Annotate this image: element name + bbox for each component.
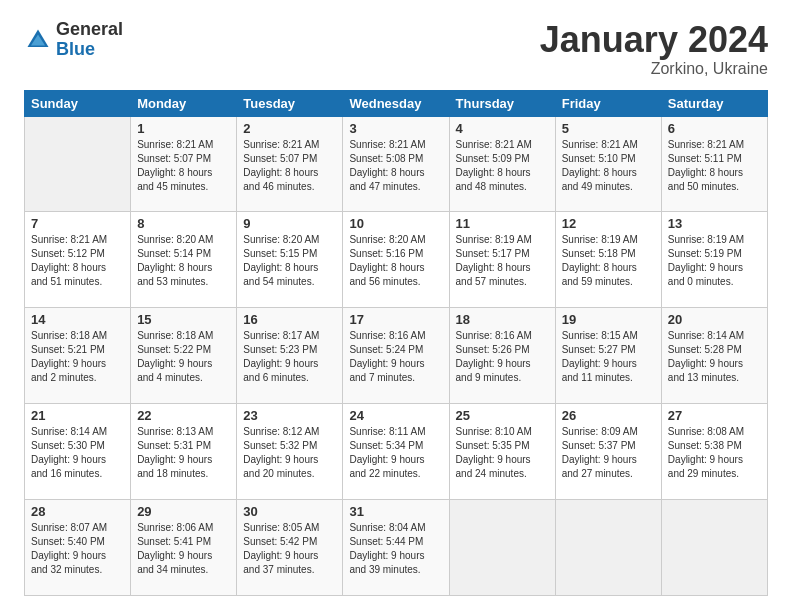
day-number: 29 [137,504,230,519]
day-info: Sunrise: 8:21 AMSunset: 5:10 PMDaylight:… [562,138,655,194]
day-number: 11 [456,216,549,231]
day-number: 19 [562,312,655,327]
logo-icon [24,26,52,54]
day-number: 26 [562,408,655,423]
calendar-cell: 5Sunrise: 8:21 AMSunset: 5:10 PMDaylight… [555,116,661,212]
day-info: Sunrise: 8:21 AMSunset: 5:11 PMDaylight:… [668,138,761,194]
header-thursday: Thursday [449,90,555,116]
calendar-week-row-3: 21Sunrise: 8:14 AMSunset: 5:30 PMDayligh… [25,404,768,500]
day-info: Sunrise: 8:20 AMSunset: 5:15 PMDaylight:… [243,233,336,289]
day-number: 23 [243,408,336,423]
calendar-week-row-4: 28Sunrise: 8:07 AMSunset: 5:40 PMDayligh… [25,500,768,596]
day-number: 7 [31,216,124,231]
calendar-cell: 25Sunrise: 8:10 AMSunset: 5:35 PMDayligh… [449,404,555,500]
calendar-cell: 11Sunrise: 8:19 AMSunset: 5:17 PMDayligh… [449,212,555,308]
day-number: 4 [456,121,549,136]
day-info: Sunrise: 8:14 AMSunset: 5:28 PMDaylight:… [668,329,761,385]
day-info: Sunrise: 8:07 AMSunset: 5:40 PMDaylight:… [31,521,124,577]
calendar-cell: 20Sunrise: 8:14 AMSunset: 5:28 PMDayligh… [661,308,767,404]
header-saturday: Saturday [661,90,767,116]
day-info: Sunrise: 8:21 AMSunset: 5:07 PMDaylight:… [137,138,230,194]
day-number: 10 [349,216,442,231]
calendar-cell: 14Sunrise: 8:18 AMSunset: 5:21 PMDayligh… [25,308,131,404]
calendar-cell [555,500,661,596]
calendar-cell: 26Sunrise: 8:09 AMSunset: 5:37 PMDayligh… [555,404,661,500]
day-info: Sunrise: 8:21 AMSunset: 5:09 PMDaylight:… [456,138,549,194]
page: General Blue January 2024 Zorkino, Ukrai… [0,0,792,612]
day-number: 20 [668,312,761,327]
calendar-cell: 6Sunrise: 8:21 AMSunset: 5:11 PMDaylight… [661,116,767,212]
calendar-cell: 13Sunrise: 8:19 AMSunset: 5:19 PMDayligh… [661,212,767,308]
day-info: Sunrise: 8:14 AMSunset: 5:30 PMDaylight:… [31,425,124,481]
calendar-cell: 7Sunrise: 8:21 AMSunset: 5:12 PMDaylight… [25,212,131,308]
calendar-cell: 29Sunrise: 8:06 AMSunset: 5:41 PMDayligh… [131,500,237,596]
day-info: Sunrise: 8:21 AMSunset: 5:07 PMDaylight:… [243,138,336,194]
day-info: Sunrise: 8:10 AMSunset: 5:35 PMDaylight:… [456,425,549,481]
day-number: 2 [243,121,336,136]
calendar-header-row: Sunday Monday Tuesday Wednesday Thursday… [25,90,768,116]
day-info: Sunrise: 8:11 AMSunset: 5:34 PMDaylight:… [349,425,442,481]
title-block: January 2024 Zorkino, Ukraine [540,20,768,78]
calendar-cell: 3Sunrise: 8:21 AMSunset: 5:08 PMDaylight… [343,116,449,212]
calendar-cell: 30Sunrise: 8:05 AMSunset: 5:42 PMDayligh… [237,500,343,596]
header-wednesday: Wednesday [343,90,449,116]
day-number: 30 [243,504,336,519]
day-info: Sunrise: 8:19 AMSunset: 5:17 PMDaylight:… [456,233,549,289]
day-number: 3 [349,121,442,136]
location-subtitle: Zorkino, Ukraine [540,60,768,78]
calendar-cell: 2Sunrise: 8:21 AMSunset: 5:07 PMDaylight… [237,116,343,212]
header-tuesday: Tuesday [237,90,343,116]
day-info: Sunrise: 8:16 AMSunset: 5:24 PMDaylight:… [349,329,442,385]
day-number: 18 [456,312,549,327]
day-number: 13 [668,216,761,231]
calendar-week-row-2: 14Sunrise: 8:18 AMSunset: 5:21 PMDayligh… [25,308,768,404]
day-number: 9 [243,216,336,231]
calendar-cell [25,116,131,212]
calendar-cell [661,500,767,596]
day-info: Sunrise: 8:16 AMSunset: 5:26 PMDaylight:… [456,329,549,385]
calendar-cell [449,500,555,596]
calendar-cell: 22Sunrise: 8:13 AMSunset: 5:31 PMDayligh… [131,404,237,500]
day-info: Sunrise: 8:04 AMSunset: 5:44 PMDaylight:… [349,521,442,577]
logo-blue: Blue [56,40,123,60]
calendar-cell: 27Sunrise: 8:08 AMSunset: 5:38 PMDayligh… [661,404,767,500]
logo-general: General [56,20,123,40]
calendar-cell: 16Sunrise: 8:17 AMSunset: 5:23 PMDayligh… [237,308,343,404]
calendar-cell: 31Sunrise: 8:04 AMSunset: 5:44 PMDayligh… [343,500,449,596]
day-info: Sunrise: 8:09 AMSunset: 5:37 PMDaylight:… [562,425,655,481]
calendar-week-row-0: 1Sunrise: 8:21 AMSunset: 5:07 PMDaylight… [25,116,768,212]
day-info: Sunrise: 8:19 AMSunset: 5:18 PMDaylight:… [562,233,655,289]
day-number: 31 [349,504,442,519]
day-info: Sunrise: 8:05 AMSunset: 5:42 PMDaylight:… [243,521,336,577]
day-info: Sunrise: 8:17 AMSunset: 5:23 PMDaylight:… [243,329,336,385]
calendar-cell: 8Sunrise: 8:20 AMSunset: 5:14 PMDaylight… [131,212,237,308]
calendar-cell: 23Sunrise: 8:12 AMSunset: 5:32 PMDayligh… [237,404,343,500]
day-info: Sunrise: 8:21 AMSunset: 5:08 PMDaylight:… [349,138,442,194]
day-info: Sunrise: 8:21 AMSunset: 5:12 PMDaylight:… [31,233,124,289]
calendar-cell: 4Sunrise: 8:21 AMSunset: 5:09 PMDaylight… [449,116,555,212]
header-friday: Friday [555,90,661,116]
day-info: Sunrise: 8:20 AMSunset: 5:16 PMDaylight:… [349,233,442,289]
calendar-cell: 24Sunrise: 8:11 AMSunset: 5:34 PMDayligh… [343,404,449,500]
calendar-cell: 28Sunrise: 8:07 AMSunset: 5:40 PMDayligh… [25,500,131,596]
calendar-week-row-1: 7Sunrise: 8:21 AMSunset: 5:12 PMDaylight… [25,212,768,308]
day-info: Sunrise: 8:18 AMSunset: 5:21 PMDaylight:… [31,329,124,385]
day-number: 15 [137,312,230,327]
day-number: 5 [562,121,655,136]
day-number: 22 [137,408,230,423]
day-info: Sunrise: 8:13 AMSunset: 5:31 PMDaylight:… [137,425,230,481]
calendar-cell: 12Sunrise: 8:19 AMSunset: 5:18 PMDayligh… [555,212,661,308]
header-monday: Monday [131,90,237,116]
month-title: January 2024 [540,20,768,60]
calendar-cell: 18Sunrise: 8:16 AMSunset: 5:26 PMDayligh… [449,308,555,404]
day-number: 17 [349,312,442,327]
day-info: Sunrise: 8:18 AMSunset: 5:22 PMDaylight:… [137,329,230,385]
calendar-cell: 15Sunrise: 8:18 AMSunset: 5:22 PMDayligh… [131,308,237,404]
day-info: Sunrise: 8:06 AMSunset: 5:41 PMDaylight:… [137,521,230,577]
calendar-cell: 21Sunrise: 8:14 AMSunset: 5:30 PMDayligh… [25,404,131,500]
day-info: Sunrise: 8:20 AMSunset: 5:14 PMDaylight:… [137,233,230,289]
day-info: Sunrise: 8:15 AMSunset: 5:27 PMDaylight:… [562,329,655,385]
day-info: Sunrise: 8:12 AMSunset: 5:32 PMDaylight:… [243,425,336,481]
day-number: 21 [31,408,124,423]
day-number: 6 [668,121,761,136]
